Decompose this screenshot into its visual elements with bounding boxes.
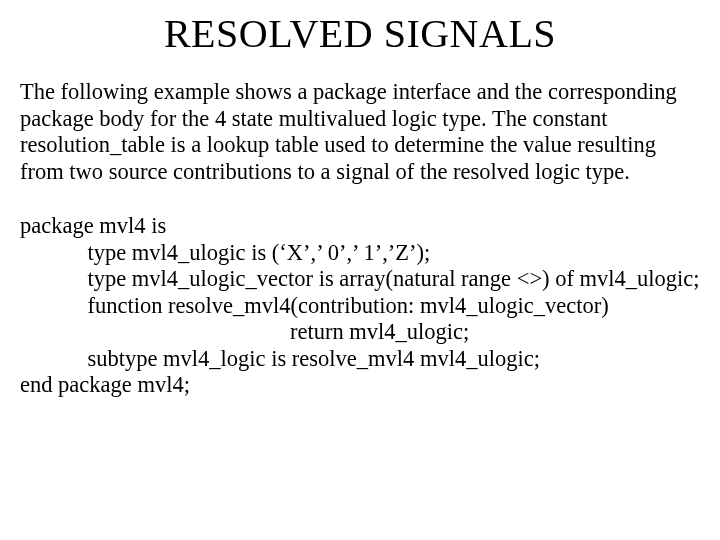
slide-title: RESOLVED SIGNALS xyxy=(20,10,700,57)
code-block: package mvl4 is type mvl4_ulogic is (‘X’… xyxy=(20,213,700,399)
intro-paragraph: The following example shows a package in… xyxy=(20,79,700,185)
slide-container: RESOLVED SIGNALS The following example s… xyxy=(0,0,720,540)
